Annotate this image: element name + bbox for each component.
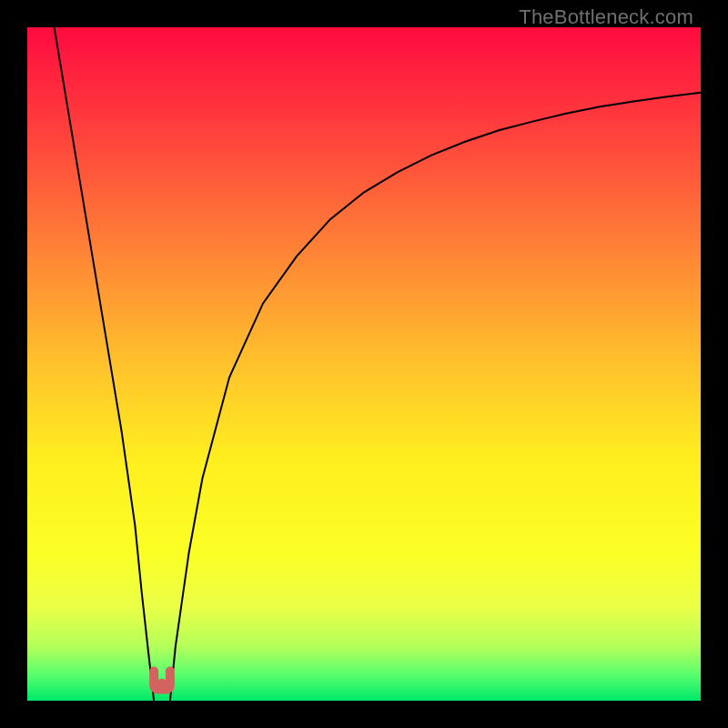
plot-area [27,27,701,701]
dip-u-mark [154,671,170,689]
curve-left-branch [55,27,155,701]
curve-layer [27,27,701,701]
chart-frame: TheBottleneck.com [0,0,728,728]
watermark-text: TheBottleneck.com [519,5,693,29]
curve-right-branch [170,93,701,701]
